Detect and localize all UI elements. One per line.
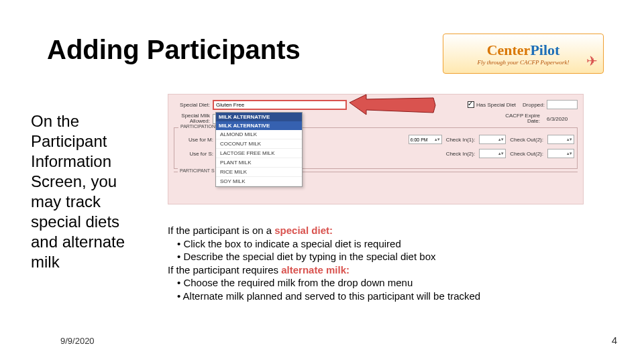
- bullet-item: Click the box to indicate a special diet…: [177, 237, 584, 251]
- slide-title: Adding Participants: [47, 35, 301, 65]
- caexpire-value: 6/3/2020: [547, 116, 578, 122]
- bullet-item: Describe the special diet by typing in t…: [177, 250, 584, 263]
- participant-info-panel: Special Diet: Gluten Free Has Special Di…: [168, 94, 584, 204]
- dropped-input[interactable]: [547, 100, 578, 109]
- bullet-item: Choose the required milk from the drop d…: [177, 276, 584, 290]
- time-field[interactable]: 6:00 PM ▴▾: [409, 135, 442, 144]
- explain-line1: If the participant is on a special diet:: [168, 224, 584, 237]
- time-value: 6:00 PM: [411, 137, 428, 142]
- brand-name: CenterPilot: [487, 42, 560, 59]
- use-for-m-label: Use for M:: [177, 137, 216, 143]
- participation-section-label: PARTICIPATION: [178, 124, 217, 129]
- milk-option[interactable]: COCONUT MILK: [216, 139, 302, 149]
- special-diet-input[interactable]: Gluten Free: [213, 100, 347, 110]
- checkin2-label: Check In(2):: [446, 151, 476, 157]
- checkin1-label: Check In(1):: [446, 137, 476, 143]
- special-diet-label: Special Diet:: [174, 102, 213, 108]
- spinner-icon: ▴▾: [435, 137, 440, 141]
- participant-s-section-label: PARTICIPANT S: [178, 168, 217, 173]
- checkout2b-label: Check Out(2):: [510, 151, 543, 157]
- explain-bullets2: Choose the required milk from the drop d…: [168, 276, 584, 302]
- special-milk-label: Special Milk Allowed:: [174, 113, 213, 124]
- plane-icon: ✈: [586, 53, 598, 69]
- explain-bullets1: Click the box to indicate a special diet…: [168, 237, 584, 263]
- has-special-diet-checkbox[interactable]: Has Special Diet: [468, 101, 516, 108]
- footer-date: 9/9/2020: [60, 336, 95, 346]
- explanation-block: If the participant is on a special diet:…: [168, 224, 584, 302]
- checkin2-input[interactable]: ▴▾: [479, 149, 506, 158]
- milk-option[interactable]: PLANT MILK: [216, 158, 302, 168]
- dropped-label: Dropped:: [523, 102, 545, 108]
- checkout2b-input[interactable]: ▴▾: [547, 149, 574, 158]
- brand-part2: Pilot: [530, 42, 559, 58]
- sidebar-description: On the Participant Information Screen, y…: [31, 111, 145, 272]
- milk-dropdown-header: MILK ALTERNATIVE: [216, 113, 302, 121]
- has-special-diet-label: Has Special Diet: [476, 102, 516, 108]
- milk-option[interactable]: ALMOND MILK: [216, 130, 302, 139]
- use-for-s-label: Use for S:: [177, 151, 216, 157]
- bullet-item: Alternate milk planned and served to thi…: [177, 290, 584, 303]
- checkout2-label: Check Out(2):: [510, 137, 543, 143]
- checkbox-icon: [468, 101, 474, 108]
- milk-dropdown-selected[interactable]: MILK ALTERNATIVE: [216, 121, 302, 130]
- explain-line2: If the participant requires alternate mi…: [168, 263, 584, 277]
- milk-dropdown[interactable]: MILK ALTERNATIVE MILK ALTERNATIVE ALMOND…: [215, 112, 303, 187]
- explain-line1-bold: special diet:: [274, 225, 333, 236]
- brand-tagline: Fly through your CACFP Paperwork!: [478, 59, 570, 66]
- checkout2-input[interactable]: ▴▾: [547, 135, 574, 144]
- checkin1-input[interactable]: ▴▾: [479, 135, 506, 144]
- explain-line1-prefix: If the participant is on a: [168, 225, 274, 236]
- caexpire-label: CACFP Expire Date:: [503, 113, 540, 124]
- milk-option[interactable]: RICE MILK: [216, 168, 302, 177]
- explain-line2-prefix: If the participant requires: [168, 264, 281, 276]
- explain-line2-bold: alternate milk:: [281, 264, 350, 276]
- brand-logo: CenterPilot Fly through your CACFP Paper…: [443, 34, 604, 74]
- brand-part1: Center: [487, 42, 531, 58]
- footer-page-number: 4: [612, 335, 617, 346]
- milk-option[interactable]: SOY MILK: [216, 177, 302, 186]
- milk-option[interactable]: LACTOSE FREE MILK: [216, 149, 302, 158]
